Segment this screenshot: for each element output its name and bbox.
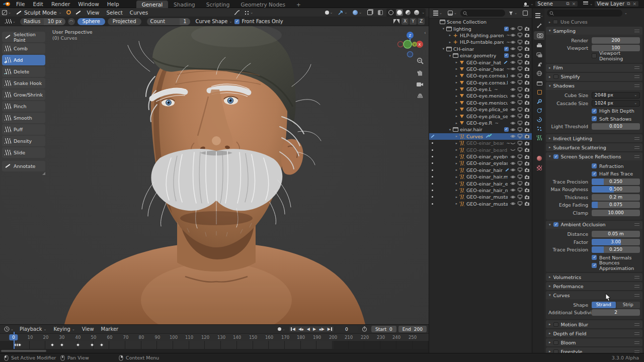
- disable-render-icon[interactable]: [524, 26, 530, 31]
- curve-shape-dropdown[interactable]: Curve Shape⌄: [196, 19, 232, 24]
- max-roughness-slider[interactable]: 0.500: [592, 186, 640, 193]
- jump-to-end-button[interactable]: ▶: [328, 327, 332, 331]
- tab-view-layer[interactable]: [534, 51, 545, 59]
- disable-render-icon[interactable]: [524, 127, 530, 132]
- filter-button[interactable]: ⌄: [507, 9, 519, 17]
- disable-viewport-icon[interactable]: [517, 181, 523, 186]
- disable-render-icon[interactable]: [524, 174, 530, 179]
- disable-viewport-icon[interactable]: [517, 40, 523, 45]
- outliner-row[interactable]: ▸ Curves: [429, 133, 532, 140]
- shading-solid[interactable]: [396, 9, 403, 16]
- include-checkbox[interactable]: [504, 127, 509, 132]
- outliner-row[interactable]: ▸ GEO-eye.L: [429, 86, 532, 93]
- expand-arrow[interactable]: ▸: [454, 108, 459, 112]
- camera-view-icon[interactable]: [416, 79, 424, 88]
- expand-arrow[interactable]: ▸: [454, 60, 459, 64]
- mode-selector[interactable]: Sculpt Mode⌄: [13, 9, 64, 17]
- workspace-tab[interactable]: Geometry Nodes: [235, 1, 291, 8]
- sidebar-collapse-arrow[interactable]: ‹: [424, 30, 426, 35]
- panel-curves[interactable]: Curves: [546, 291, 642, 299]
- display-mode-button[interactable]: ⌄: [431, 9, 444, 17]
- hide-eye-icon[interactable]: [510, 174, 516, 179]
- menu-item[interactable]: File: [12, 1, 29, 8]
- disable-viewport-icon[interactable]: [517, 100, 523, 105]
- falloff-curve-button[interactable]: [232, 9, 242, 17]
- tool-button[interactable]: Pinch: [2, 101, 45, 112]
- disable-render-icon[interactable]: [524, 161, 530, 166]
- include-checkbox[interactable]: [504, 27, 509, 31]
- hide-eye-icon[interactable]: [510, 94, 516, 99]
- tool-button[interactable]: Annotate: [2, 161, 45, 171]
- expand-arrow[interactable]: ▸: [454, 195, 459, 199]
- tool-button[interactable]: Smooth: [2, 113, 45, 123]
- jump-to-start-button[interactable]: ◀: [291, 327, 295, 331]
- tab-tool[interactable]: [534, 21, 545, 30]
- outliner-row[interactable]: Scene Collection: [429, 19, 532, 25]
- viewport-canvas[interactable]: [0, 26, 429, 324]
- disable-render-icon[interactable]: [524, 53, 530, 58]
- disable-viewport-icon[interactable]: [517, 80, 523, 85]
- properties-search-input[interactable]: [547, 10, 622, 17]
- brush-icon-chip[interactable]: [64, 9, 73, 17]
- tool-button[interactable]: Grow/Shrink: [2, 89, 45, 100]
- panel-ambient-occlusion[interactable]: Ambient Occlusion: [546, 221, 642, 229]
- overlays-toggle[interactable]: [365, 9, 374, 17]
- hide-eye-icon[interactable]: [510, 188, 516, 193]
- visibility-dropdown[interactable]: ⌄: [323, 9, 335, 17]
- current-frame-field[interactable]: 0: [336, 326, 358, 332]
- additional-subdivision-field[interactable]: 2: [592, 309, 640, 316]
- shape-strand-button[interactable]: Strand: [592, 302, 616, 308]
- panel-simplify[interactable]: Simplify: [546, 73, 642, 81]
- disable-render-icon[interactable]: [524, 73, 530, 78]
- hide-eye-icon[interactable]: [510, 134, 516, 139]
- disable-render-icon[interactable]: [524, 181, 530, 186]
- tab-physics[interactable]: [534, 106, 545, 115]
- include-checkbox[interactable]: [504, 47, 509, 51]
- disable-viewport-icon[interactable]: [517, 26, 523, 31]
- outliner-row[interactable]: ▸ GEO-einar_head: [429, 66, 532, 72]
- expand-arrow[interactable]: ▸: [454, 121, 459, 125]
- workspace-tab[interactable]: General: [136, 1, 168, 8]
- outliner-row[interactable]: ▸ GEO-einar_eyelashes: [429, 160, 532, 166]
- prev-keyframe-button[interactable]: ◀◆: [298, 327, 304, 331]
- tab-material[interactable]: [534, 154, 545, 162]
- view-layer-selector[interactable]: ⌄ View Layer⧉✕: [583, 1, 639, 7]
- disable-render-icon[interactable]: [524, 134, 530, 139]
- outliner-row[interactable]: ▸ GEO-einar_beard.messy: [429, 146, 532, 153]
- outliner-row[interactable]: ▸ GEO-einar_mustache.m: [429, 201, 532, 207]
- panel-film[interactable]: Film: [546, 64, 642, 72]
- shading-material[interactable]: [405, 9, 412, 16]
- tool-button[interactable]: Puff: [2, 124, 45, 135]
- disable-render-icon[interactable]: [524, 188, 530, 193]
- cube-size-dropdown[interactable]: 2048 px: [592, 92, 640, 99]
- disable-viewport-icon[interactable]: [517, 167, 523, 172]
- outliner-row[interactable]: ▸ GEO-einar_hat: [429, 59, 532, 65]
- cascade-size-dropdown[interactable]: 1024 px: [592, 100, 640, 107]
- view-menu[interactable]: View: [84, 10, 103, 16]
- thickness-field[interactable]: 0.2 m: [592, 194, 640, 201]
- hide-eye-icon[interactable]: [510, 40, 516, 45]
- tab-object-data[interactable]: [534, 133, 545, 142]
- tool-button[interactable]: + Add: [2, 55, 45, 65]
- draw-icon-chip[interactable]: [73, 9, 84, 17]
- panel-freestyle[interactable]: Freestyle: [546, 347, 642, 353]
- disable-viewport-icon[interactable]: [517, 174, 523, 179]
- expand-arrow[interactable]: ▾: [441, 47, 446, 51]
- tool-button[interactable]: Snake Hook: [2, 78, 45, 88]
- copy-icon[interactable]: ⧉: [566, 1, 569, 7]
- panel-ssr[interactable]: Screen Space Reflections: [546, 152, 642, 160]
- trace-precision-slider[interactable]: 0.250: [592, 178, 640, 185]
- disable-render-icon[interactable]: [524, 80, 530, 85]
- hide-eye-icon[interactable]: [510, 195, 516, 200]
- front-faces-only-checkbox[interactable]: ✓Front Faces Only: [234, 19, 283, 24]
- light-threshold-field[interactable]: 0.010: [592, 123, 640, 130]
- navigation-gizmo[interactable]: Z X Y: [395, 29, 425, 60]
- hide-eye-icon[interactable]: [510, 167, 516, 172]
- expand-arrow[interactable]: ▾: [441, 27, 446, 31]
- menu-item[interactable]: Edit: [29, 1, 47, 8]
- hide-eye-closed-icon[interactable]: [510, 141, 516, 146]
- panel-performance[interactable]: Performance: [546, 282, 642, 290]
- half-res-trace-checkbox[interactable]: Half Res Trace: [592, 171, 633, 176]
- outliner-row[interactable]: ▸ HLP-turntable.parent: [429, 39, 532, 45]
- outliner-row[interactable]: ▾ einar.hair: [429, 126, 532, 133]
